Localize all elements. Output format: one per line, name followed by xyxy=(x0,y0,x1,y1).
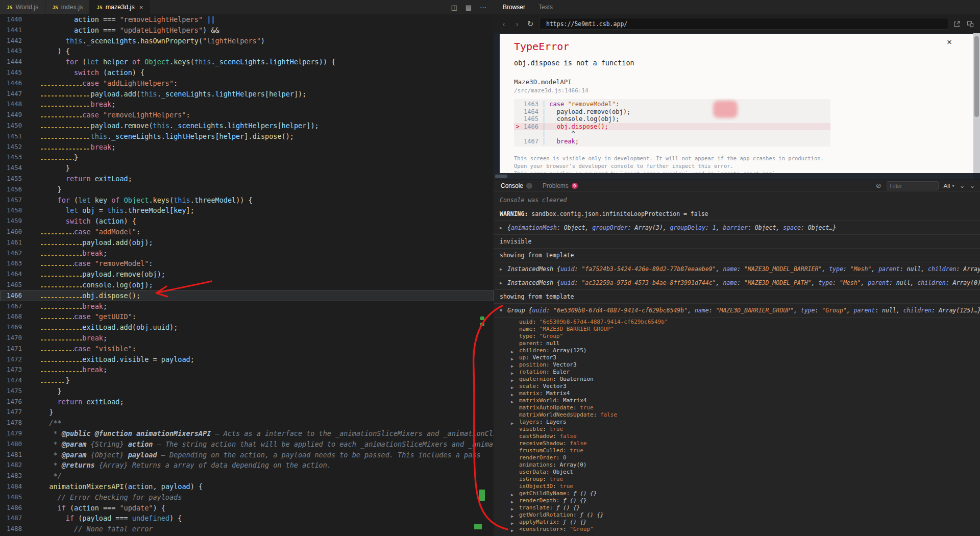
code-line[interactable]: 1453 } xyxy=(0,152,494,163)
expand-arrow-icon[interactable]: ▶ xyxy=(511,398,519,405)
code-line[interactable]: 1469 exitLoad.add(obj.uuid); xyxy=(0,322,494,333)
code-line[interactable]: 1459 switch (action) { xyxy=(0,216,494,227)
code-line[interactable]: 1464 payload.remove(obj); xyxy=(0,269,494,280)
code-line[interactable]: 1451 this._sceneLights.lightHelpers[help… xyxy=(0,131,494,142)
code-line[interactable]: 1445 switch (action) { xyxy=(0,67,494,78)
line-number: 1484 xyxy=(0,481,33,492)
code-line[interactable]: 1441 action === "updateLightHelpers") && xyxy=(0,25,494,36)
scrollbar-thumb[interactable] xyxy=(495,175,507,178)
close-icon[interactable]: × xyxy=(947,37,952,47)
expand-arrow-icon[interactable]: ▶ xyxy=(511,377,519,384)
split-editor-icon[interactable]: ◫ xyxy=(451,4,457,11)
code-line[interactable]: 1477 } xyxy=(0,407,494,418)
code-line[interactable]: 1440 action === "removeLightHelpers" || xyxy=(0,14,494,25)
chevron-down-icon[interactable]: ⌄ xyxy=(960,182,965,189)
more-actions-icon[interactable]: ⋯ xyxy=(480,4,486,11)
expand-arrow-icon[interactable]: ▶ xyxy=(511,505,519,513)
token: let xyxy=(86,58,99,66)
code-line[interactable]: 1460 case "addModel": xyxy=(0,227,494,237)
code-line[interactable]: 1486 if (action === "update") { xyxy=(0,503,494,514)
code-line[interactable]: 1470 break; xyxy=(0,333,494,344)
code-line[interactable]: 1481 * @param {Object} payload – Dependi… xyxy=(0,450,494,460)
console-body[interactable]: Console was clearedWARNING: sandbox.conf… xyxy=(494,191,980,536)
collapse-panel-icon[interactable]: ⌄ xyxy=(970,182,975,189)
tab-tests[interactable]: Tests xyxy=(538,4,553,11)
code-line[interactable]: 1458 let obj = this.threeModel[key]; xyxy=(0,205,494,216)
expand-arrow-icon[interactable]: ▶ xyxy=(511,384,519,391)
expand-arrow-icon[interactable]: ▶ xyxy=(500,224,507,232)
expand-arrow-icon[interactable]: ▶ xyxy=(511,527,519,534)
code-line[interactable]: 1474 } xyxy=(0,375,494,386)
back-icon[interactable]: ‹ xyxy=(500,19,508,28)
code-line[interactable]: 1473 break; xyxy=(0,364,494,375)
code-line[interactable]: 1465 console.log(obj); xyxy=(0,280,494,290)
code-line[interactable]: 1456 } xyxy=(0,184,494,195)
code-line[interactable]: 1461 payload.add(obj); xyxy=(0,237,494,248)
expand-arrow-icon[interactable]: ▶ xyxy=(511,520,519,527)
code-line[interactable]: 1476 return exitLoad; xyxy=(0,397,494,407)
code-line[interactable]: 1471 case "visible": xyxy=(0,344,494,354)
code-line[interactable]: 1449 case "removeLightHelpers": xyxy=(0,110,494,120)
code-line[interactable]: 1484 animationMixersAPI(action, payload)… xyxy=(0,481,494,492)
code-line[interactable]: 1472 exitLoad.visible = payload; xyxy=(0,354,494,365)
expand-arrow-icon[interactable]: ▶ xyxy=(511,491,519,498)
expand-arrow-icon[interactable]: ▶ xyxy=(500,265,507,273)
code-line[interactable]: 1447 payload.add(this._sceneLights.light… xyxy=(0,89,494,100)
responsive-view-icon[interactable] xyxy=(967,20,974,28)
expand-arrow-icon[interactable]: ▶ xyxy=(511,370,519,377)
code-line[interactable]: 1446 case "addLightHelpers": xyxy=(0,78,494,89)
code-line[interactable]: 1475 } xyxy=(0,386,494,397)
log-level-dropdown[interactable]: All ▾ xyxy=(944,183,954,189)
expand-arrow-icon[interactable]: ▶ xyxy=(511,391,519,398)
refresh-icon[interactable]: ↻ xyxy=(526,19,534,29)
code-line[interactable]: 1443 ) { xyxy=(0,46,494,57)
tab-index-js[interactable]: JS index.js xyxy=(45,0,90,14)
expand-arrow-icon[interactable]: ▶ xyxy=(500,279,507,287)
code-line[interactable]: 1467 break; xyxy=(0,301,494,312)
code-line[interactable]: 1444 for (let helper of Object.keys(this… xyxy=(0,57,494,67)
expand-arrow-icon[interactable]: ▶ xyxy=(511,513,519,520)
code-line[interactable]: 1452 break; xyxy=(0,142,494,153)
close-tab-icon[interactable]: × xyxy=(139,4,143,11)
code-line[interactable]: 1480 * @param {String} action – The stri… xyxy=(0,439,494,450)
code-line[interactable]: 1463 case "removeModel": xyxy=(0,258,494,269)
forward-icon[interactable]: › xyxy=(513,19,521,28)
code-line[interactable]: 1448 break; xyxy=(0,99,494,110)
code-line[interactable]: 1450 payload.remove(this._sceneLights.li… xyxy=(0,120,494,131)
code-line[interactable]: 1457 for (let key of Object.keys(this.th… xyxy=(0,195,494,206)
expand-arrow-icon[interactable]: ▶ xyxy=(511,498,519,505)
expand-arrow-icon[interactable]: ▶ xyxy=(511,362,519,370)
code-line[interactable]: 1478 /** xyxy=(0,418,494,428)
editor-code[interactable]: 1440 action === "removeLightHelpers" ||1… xyxy=(0,14,494,536)
expand-arrow-icon[interactable]: ▶ xyxy=(511,348,519,355)
code-line[interactable]: 1487 if (payload === undefined) { xyxy=(0,513,494,524)
expand-arrow-icon[interactable]: ▶ xyxy=(511,355,519,362)
code-line[interactable]: 1468 case "getUUID": xyxy=(0,311,494,322)
code-line[interactable]: 1466 obj.dispose(); xyxy=(0,290,494,301)
filter-input[interactable] xyxy=(887,181,939,190)
stack-frame-location[interactable]: /src/maze3d.js:1466:14 xyxy=(514,87,958,94)
expand-arrow-icon[interactable]: ▶ xyxy=(511,420,519,427)
toggle-layout-icon[interactable]: ▤ xyxy=(465,4,472,11)
code-line[interactable]: 1454 } xyxy=(0,163,494,174)
code-line[interactable]: 1482 * @returns {Array} Returns a array … xyxy=(0,460,494,471)
code-line[interactable]: 1483 */ xyxy=(0,471,494,481)
scrollbar-thumb[interactable] xyxy=(974,36,979,117)
viewport-vertical-scrollbar[interactable] xyxy=(973,33,980,173)
code-line[interactable]: 1462 break; xyxy=(0,248,494,259)
tab-problems[interactable]: Problems 9 xyxy=(543,182,578,189)
tab-world-js[interactable]: JS World.js xyxy=(0,0,45,14)
expand-arrow-icon[interactable]: ▼ xyxy=(500,306,507,314)
code-line[interactable]: 1485 // Error Checking for payloads xyxy=(0,492,494,503)
code-line[interactable]: 1479 * @public @function animationMixers… xyxy=(0,428,494,439)
tab-maze3d-js[interactable]: JS maze3d.js × xyxy=(90,0,150,14)
tab-browser[interactable]: Browser xyxy=(503,4,525,11)
viewport-horizontal-scrollbar[interactable] xyxy=(494,173,973,180)
code-line[interactable]: 1455 return exitLoad; xyxy=(0,174,494,184)
tab-console[interactable]: Console xyxy=(501,182,532,189)
url-input[interactable] xyxy=(540,18,948,30)
open-external-icon[interactable] xyxy=(953,20,961,28)
code-line[interactable]: 1442 this._sceneLights.hasOwnProperty("l… xyxy=(0,36,494,46)
code-line[interactable]: 1488 // None fatal error xyxy=(0,524,494,534)
clear-console-icon[interactable]: ⊘ xyxy=(876,182,881,189)
